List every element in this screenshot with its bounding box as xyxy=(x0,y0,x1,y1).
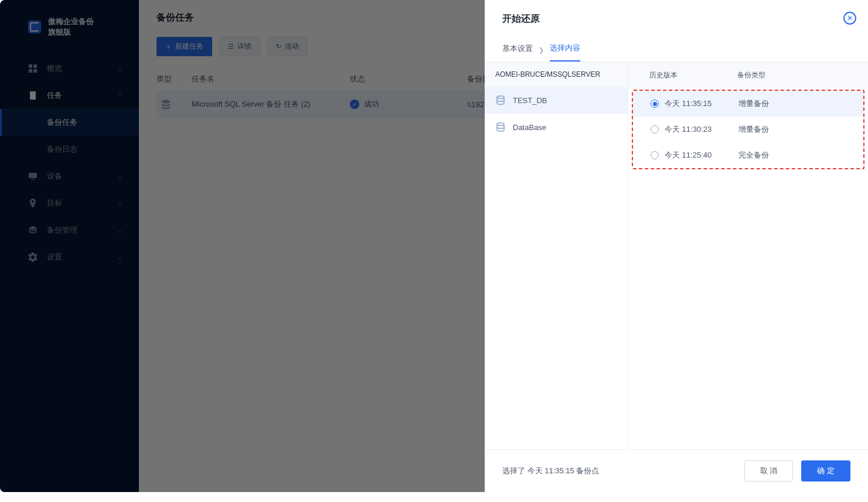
footer-text: 选择了 今天 11:35:15 备份点 xyxy=(502,466,599,476)
chevron-down-icon: ⌄ xyxy=(117,173,122,180)
activity-button[interactable]: ↻ 活动 xyxy=(267,37,308,56)
tab-content-label: 选择内容 xyxy=(550,43,580,52)
brand-logo-icon xyxy=(28,21,41,33)
chevron-down-icon: ⌄ xyxy=(117,227,122,234)
panel-tabs: 基本设置 ❯ 选择内容 xyxy=(485,31,868,62)
panel-footer: 选择了 今天 11:35:15 备份点 取 消 确 定 xyxy=(485,449,868,492)
svg-rect-5 xyxy=(29,173,37,178)
dashboard-icon xyxy=(28,64,38,73)
radio-icon xyxy=(651,125,659,134)
layers-icon xyxy=(28,226,38,235)
nav-settings[interactable]: 设置 ⌄ xyxy=(0,244,139,271)
row-name: Microsoft SQL Server 备份 任务 (2) xyxy=(192,99,350,110)
brand-line1: 傲梅企业备份 xyxy=(48,16,94,27)
chevron-right-icon: ❯ xyxy=(539,46,544,54)
clipboard-icon xyxy=(28,91,38,100)
panel-header: 开始还原 ✕ xyxy=(485,0,868,31)
panel-body: AOMEI-BRUCE/MSSQLSERVER TEST_DB DataBase… xyxy=(485,62,868,449)
version-row[interactable]: 今天 11:25:40 完全备份 xyxy=(633,142,863,168)
tab-basic-label: 基本设置 xyxy=(502,44,533,53)
col-version: 历史版本 xyxy=(649,70,737,80)
th-status: 状态 xyxy=(350,74,467,84)
new-task-button[interactable]: ＋ 新建任务 xyxy=(156,37,212,56)
nav-tasks-label: 任务 xyxy=(47,90,62,101)
row-status: ✓ 成功 xyxy=(350,99,467,110)
chevron-down-icon: ⌄ xyxy=(117,200,122,207)
nav-devices[interactable]: 设备 ⌄ xyxy=(0,163,139,190)
svg-rect-3 xyxy=(33,69,37,73)
svg-rect-1 xyxy=(33,64,37,68)
db-path: AOMEI-BRUCE/MSSQLSERVER xyxy=(485,62,628,87)
svg-point-7 xyxy=(497,96,504,98)
nav-backup-mgmt[interactable]: 备份管理 ⌄ xyxy=(0,217,139,244)
version-time: 今天 11:35:15 xyxy=(665,98,712,109)
detail-label: 详情 xyxy=(237,42,251,52)
nav-overview[interactable]: 概览 ⌄ xyxy=(0,55,139,82)
svg-point-8 xyxy=(497,123,504,125)
database-icon xyxy=(495,95,506,105)
close-icon: ✕ xyxy=(847,14,853,22)
ok-button[interactable]: 确 定 xyxy=(801,460,850,481)
nav-sub-backup-log[interactable]: 备份日志 xyxy=(0,136,139,163)
nav-overview-label: 概览 xyxy=(47,63,62,74)
version-row[interactable]: 今天 11:35:15 增量备份 xyxy=(633,91,863,117)
location-icon xyxy=(28,199,38,208)
cancel-label: 取 消 xyxy=(760,466,778,475)
gear-icon xyxy=(28,252,38,262)
nav-targets-label: 目标 xyxy=(47,198,62,209)
database-icon xyxy=(495,122,506,132)
sqlserver-icon xyxy=(156,98,192,110)
version-type: 完全备份 xyxy=(738,150,846,160)
db-item-label: DataBase xyxy=(513,123,546,132)
nav-sub-backup-task[interactable]: 备份任务 xyxy=(0,109,139,136)
ok-label: 确 定 xyxy=(817,466,835,475)
detail-button[interactable]: ☰ 详情 xyxy=(219,37,260,56)
close-button[interactable]: ✕ xyxy=(843,12,856,25)
sidebar: 傲梅企业备份 旗舰版 概览 ⌄ 任务 ⌃ 备份任务 备份日志 设备 ⌄ 目标 ⌄… xyxy=(0,0,139,492)
nav-tasks[interactable]: 任务 ⌃ xyxy=(0,82,139,109)
th-type: 类型 xyxy=(156,74,192,84)
version-type: 增量备份 xyxy=(738,124,846,135)
col-type: 备份类型 xyxy=(737,70,847,80)
version-row[interactable]: 今天 11:30:23 增量备份 xyxy=(633,117,863,142)
chevron-down-icon: ⌄ xyxy=(117,254,122,261)
version-type: 增量备份 xyxy=(738,98,846,109)
svg-rect-2 xyxy=(29,69,32,73)
panel-title: 开始还原 xyxy=(502,13,850,25)
version-list-highlight: 今天 11:35:15 增量备份 今天 11:30:23 增量备份 今天 11:… xyxy=(632,90,864,169)
monitor-icon xyxy=(28,172,38,181)
svg-rect-0 xyxy=(29,64,32,68)
nav-sub-backup-log-label: 备份日志 xyxy=(47,145,77,153)
brand-line2: 旗舰版 xyxy=(48,27,94,37)
db-item-database[interactable]: DataBase xyxy=(485,114,628,141)
row-status-text: 成功 xyxy=(364,99,379,110)
check-icon: ✓ xyxy=(350,100,359,109)
version-time: 今天 11:25:40 xyxy=(665,150,712,160)
chevron-up-icon: ⌃ xyxy=(117,92,122,100)
version-time: 今天 11:30:23 xyxy=(665,124,712,135)
brand: 傲梅企业备份 旗舰版 xyxy=(0,16,139,55)
tab-basic[interactable]: 基本设置 xyxy=(502,39,533,61)
activity-label: 活动 xyxy=(285,42,299,52)
db-item-label: TEST_DB xyxy=(513,96,547,105)
new-task-label: 新建任务 xyxy=(175,42,203,52)
database-column: AOMEI-BRUCE/MSSQLSERVER TEST_DB DataBase xyxy=(485,62,628,449)
db-item-testdb[interactable]: TEST_DB xyxy=(485,87,628,114)
th-name: 任务名 xyxy=(192,74,350,84)
nav-sub-backup-task-label: 备份任务 xyxy=(47,118,77,127)
radio-icon xyxy=(651,100,659,108)
svg-rect-6 xyxy=(31,179,35,180)
radio-icon xyxy=(651,151,659,159)
nav-targets[interactable]: 目标 ⌄ xyxy=(0,190,139,217)
nav-settings-label: 设置 xyxy=(47,252,62,262)
nav-backup-mgmt-label: 备份管理 xyxy=(47,225,77,235)
svg-rect-4 xyxy=(30,91,36,100)
chevron-down-icon: ⌄ xyxy=(117,65,122,73)
brand-text: 傲梅企业备份 旗舰版 xyxy=(48,16,94,37)
tab-content[interactable]: 选择内容 xyxy=(550,38,580,62)
cancel-button[interactable]: 取 消 xyxy=(744,460,794,481)
restore-panel: 开始还原 ✕ 基本设置 ❯ 选择内容 AOMEI-BRUCE/MSSQLSERV… xyxy=(485,0,868,492)
version-column: 历史版本 备份类型 今天 11:35:15 增量备份 今天 11:30:23 xyxy=(628,62,868,449)
refresh-icon: ↻ xyxy=(276,43,281,50)
plus-icon: ＋ xyxy=(165,42,172,51)
